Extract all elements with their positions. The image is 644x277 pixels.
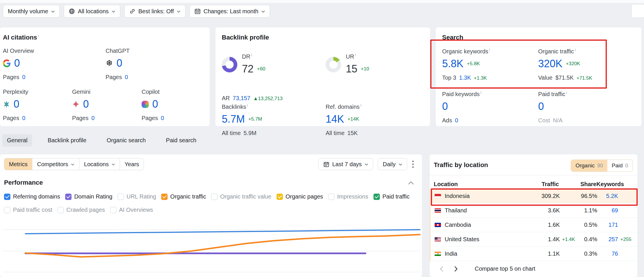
stat-value[interactable]: 0 (117, 57, 122, 69)
gemini-stat: Gemini 0 Pages0 (72, 89, 95, 121)
metrics-segment[interactable]: Metrics (4, 158, 32, 170)
checkbox-icon (57, 207, 64, 213)
perplexity-stat: Perplexity 0 Pages0 (3, 89, 28, 121)
date-range-button[interactable]: Last 7 days (318, 158, 373, 170)
info-icon[interactable]: i (355, 53, 356, 57)
organic-traffic-value[interactable]: 320K (538, 58, 562, 70)
years-segment[interactable]: Years (120, 158, 144, 170)
country-flag-icon (435, 208, 441, 213)
checkbox-icon (4, 207, 10, 213)
info-icon[interactable]: i (247, 103, 248, 107)
metric-checkbox[interactable]: Organic traffic value (211, 193, 271, 200)
backlinks-value[interactable]: 5.7M (222, 113, 245, 125)
country-flag-icon (435, 237, 441, 242)
date-controls: Last 7 days Daily (318, 158, 414, 170)
stat-value[interactable]: 0 (83, 98, 89, 110)
info-icon[interactable]: i (489, 48, 490, 52)
ar-link[interactable]: 73,157 (233, 95, 250, 102)
performance-panel: Metrics Competitors Locations Years Last… (0, 154, 422, 277)
chart-config-segments: Metrics Competitors Locations Years (4, 158, 144, 170)
info-icon[interactable]: i (38, 34, 39, 38)
info-icon[interactable]: i (480, 90, 481, 95)
paid-toggle[interactable]: Paid0 (607, 160, 632, 171)
metric-checkbox[interactable]: URL Rating (118, 193, 156, 200)
changes-filter[interactable]: Changes: Last month (189, 5, 270, 18)
metric-checkbox[interactable]: AI Overviews (110, 207, 153, 213)
paid-traffic-value[interactable]: 0 (538, 100, 544, 113)
metric-checkbox[interactable]: Paid traffic (373, 193, 410, 200)
info-icon[interactable]: i (575, 48, 576, 52)
granularity-button[interactable]: Daily (378, 158, 407, 170)
info-icon[interactable]: i (566, 90, 567, 95)
keywords-link[interactable]: 171 (597, 222, 618, 228)
chevron-down-icon (177, 10, 181, 13)
locations-segment[interactable]: Locations (79, 158, 120, 170)
backlink-profile-panel: Backlink profile DRi 72+60 AR 73,157 ▲13… (215, 27, 430, 126)
pages-link[interactable]: 0 (22, 74, 25, 81)
pages-link[interactable]: 0 (125, 74, 128, 81)
metric-checkbox[interactable]: Impressions (328, 193, 368, 200)
country-flag-icon (435, 194, 441, 198)
backlinks-stat: Backlinksi 5.7M+5.7M All time5.9M (222, 103, 262, 136)
metric-checkbox[interactable]: Organic pages (277, 193, 323, 200)
location-row[interactable]: Indonesia 309.2K 96.5% 5.2K (431, 189, 638, 203)
stat-value[interactable]: 0 (14, 98, 19, 110)
pages-link[interactable]: 0 (22, 115, 25, 121)
info-icon[interactable]: i (251, 53, 252, 57)
filter-label: All locations (78, 8, 109, 15)
divider (430, 175, 637, 175)
location-row[interactable]: United States 1.4K +1.4K 0.4% 257 +255 (431, 232, 638, 247)
ads-link[interactable]: 0 (455, 117, 458, 124)
share-value: 0.4% (577, 236, 597, 243)
location-row[interactable]: Thailand 3.6K 1.1% 69 (431, 203, 638, 218)
keywords-link[interactable]: 69 (597, 207, 618, 214)
tab-general[interactable]: General (2, 134, 32, 147)
filter-label: Monthly volume (8, 8, 48, 15)
keywords-delta: +255 (618, 237, 634, 242)
prev-page-icon[interactable] (440, 266, 444, 272)
location-row[interactable]: India 1.1K 0.3% 76 (431, 247, 638, 261)
panel-title: Traffic by location (434, 161, 488, 169)
info-icon[interactable]: i (361, 103, 361, 107)
top3-link[interactable]: 1.3K (459, 74, 471, 81)
organic-traffic-stat: Organic traffici 320K+320K Value$71.5K+7… (538, 48, 592, 81)
metric-checkbox-row: Referring domainsDomain RatingURL Rating… (4, 193, 410, 200)
traffic-value: 309.2K (526, 193, 560, 199)
paid-keywords-value[interactable]: 0 (442, 100, 448, 113)
location-row[interactable]: Cambodia 1.6K 0.5% 171 (431, 218, 638, 232)
share-value: 1.1% (577, 207, 597, 214)
metric-checkbox[interactable]: Crawled pages (57, 207, 105, 213)
monthly-volume-filter[interactable]: Monthly volume (3, 5, 60, 18)
stat-value[interactable]: 0 (14, 57, 20, 69)
next-page-icon[interactable] (454, 266, 458, 272)
stat-value[interactable]: 0 (152, 98, 158, 110)
tab-paid-search[interactable]: Paid search (161, 134, 201, 147)
copilot-stat: Copilot 0 Pages0 (142, 89, 164, 121)
keywords-link[interactable]: 5.2K (597, 193, 618, 199)
best-links-filter[interactable]: Best links: Off (124, 5, 185, 18)
chevron-down-icon (261, 10, 265, 13)
keywords-link[interactable]: 76 (597, 250, 618, 257)
pages-link[interactable]: 0 (91, 115, 95, 121)
metric-checkbox[interactable]: Referring domains (4, 193, 60, 200)
calendar-icon (323, 161, 329, 167)
ref-domains-value[interactable]: 14K (326, 113, 344, 125)
toolbar-cutoff-button[interactable] (631, 4, 644, 18)
organic-toggle[interactable]: Organic90 (571, 160, 607, 171)
filter-label: Changes: Last month (204, 8, 258, 15)
performance-chart[interactable] (2, 220, 420, 276)
metric-checkbox[interactable]: Paid traffic cost (4, 207, 52, 213)
organic-keywords-value[interactable]: 5.8K (442, 58, 463, 70)
tab-backlink-profile[interactable]: Backlink profile (43, 134, 91, 147)
locations-filter[interactable]: All locations (64, 5, 120, 18)
pages-link[interactable]: 0 (161, 115, 164, 121)
keywords-link[interactable]: 257 (597, 236, 618, 243)
tab-organic-search[interactable]: Organic search (102, 134, 151, 147)
organic-paid-toggle: Organic90 Paid0 (571, 160, 633, 172)
paid-keywords-stat: Paid keywordsi 0 Ads0 (442, 90, 481, 124)
collapse-chevron-icon[interactable] (408, 181, 414, 185)
competitors-segment[interactable]: Competitors (32, 158, 79, 170)
metric-checkbox[interactable]: Organic traffic (161, 193, 206, 200)
kebab-menu-icon[interactable] (412, 160, 414, 169)
metric-checkbox[interactable]: Domain Rating (65, 193, 112, 200)
